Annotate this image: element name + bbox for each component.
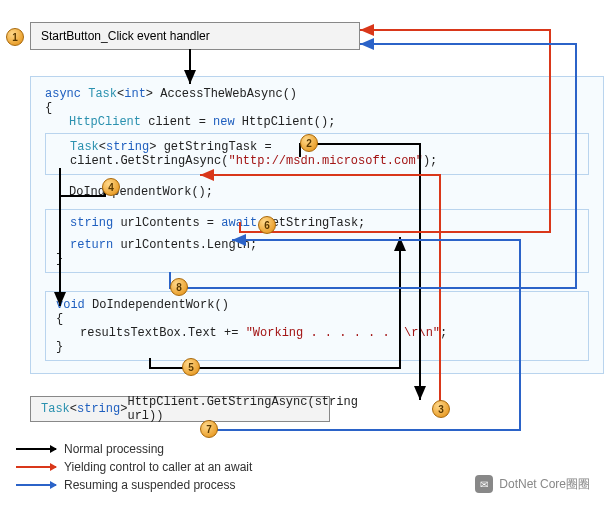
step-8: 8	[170, 278, 188, 296]
line-return: return urlContents.Length;	[56, 238, 578, 252]
step-4: 4	[102, 178, 120, 196]
line-await: string urlContents = await getStringTask…	[56, 216, 578, 230]
footer: ✉ DotNet Core圈圈	[475, 475, 590, 493]
method-signature: async Task<int> AccessTheWebAsync()	[45, 87, 589, 101]
legend-normal: Normal processing	[64, 442, 164, 456]
step-5: 5	[182, 358, 200, 376]
step-7: 7	[200, 420, 218, 438]
arrow-icon	[16, 466, 56, 468]
footer-text: DotNet Core圈圈	[499, 476, 590, 493]
code-box: async Task<int> AccessTheWebAsync() { Ht…	[30, 76, 604, 374]
brace: {	[45, 101, 589, 115]
wechat-icon: ✉	[475, 475, 493, 493]
legend: Normal processing Yielding control to ca…	[16, 440, 252, 494]
step-2: 2	[300, 134, 318, 152]
header-box: StartButton_Click event handler	[30, 22, 360, 50]
line-httpclient: HttpClient client = new HttpClient();	[45, 115, 589, 129]
header-title: StartButton_Click event handler	[41, 29, 210, 43]
step-6: 6	[258, 216, 276, 234]
step-3: 3	[432, 400, 450, 418]
await-return-section: string urlContents = await getStringTask…	[45, 209, 589, 273]
line-doindependent-call: DoIndependentWork();	[45, 179, 589, 199]
arrow-icon	[16, 448, 56, 450]
doindependentwork-def: void DoIndependentWork() { resultsTextBo…	[45, 291, 589, 361]
legend-resuming: Resuming a suspended process	[64, 478, 235, 492]
getstringasync-box: Task<string> HttpClient.GetStringAsync(s…	[30, 396, 330, 422]
arrow-icon	[16, 484, 56, 486]
legend-yielding: Yielding control to caller at an await	[64, 460, 252, 474]
step-1: 1	[6, 28, 24, 46]
